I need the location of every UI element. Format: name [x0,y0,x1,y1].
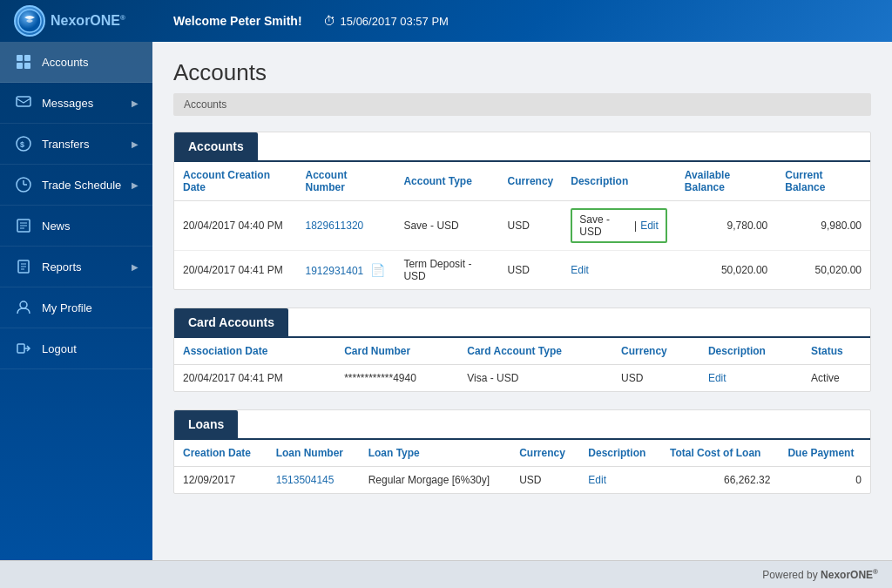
messages-arrow: ▶ [132,98,139,108]
loans-section: Loans Creation Date Loan Number Loan Typ… [173,409,871,494]
account-number-link[interactable]: 1912931401 [306,265,364,277]
table-row: 20/04/2017 04:40 PM 1829611320 Save - US… [174,201,870,251]
col-account-type: Account Type [395,162,498,201]
footer-brand: NexorONE® [821,569,878,581]
transfers-icon: $ [14,134,33,153]
col-currency: Currency [510,440,579,467]
account-number-link[interactable]: 1829611320 [306,220,364,232]
reports-icon [14,257,33,276]
sidebar-item-trade-schedule[interactable]: Trade Schedule ▶ [0,165,152,206]
svg-rect-4 [24,63,30,69]
cell-currency: USD [499,251,563,290]
sidebar-transfers-label: Transfers [42,138,132,151]
sidebar-item-messages[interactable]: Messages ▶ [0,83,152,124]
cell-description: Edit [562,251,676,290]
table-row: 12/09/2017 1513504145 Regular Morgage [6… [174,467,870,494]
sidebar-trade-schedule-label: Trade Schedule [42,179,132,192]
cell-description: Edit [699,365,802,392]
col-association-date: Association Date [174,338,335,365]
cell-currency: USD [499,201,563,251]
svg-rect-20 [17,344,24,353]
transfers-arrow: ▶ [132,139,139,149]
cell-current-balance: 9,980.00 [776,201,870,251]
sidebar-item-transfers[interactable]: $ Transfers ▶ [0,124,152,165]
logo-text: NexorONE® [51,13,125,29]
svg-rect-3 [17,63,23,69]
svg-text:$: $ [20,140,24,149]
cell-total-cost: 66,262.32 [661,467,779,494]
sidebar-item-logout[interactable]: Logout [0,328,152,369]
accounts-section-title: Accounts [188,139,244,153]
messages-icon [14,93,33,112]
cell-creation-date: 20/04/2017 04:40 PM [174,201,297,251]
cell-card-number: ************4940 [335,365,458,392]
col-description: Description [562,162,676,201]
breadcrumb: Accounts [173,93,871,116]
cell-account-number: 1912931401 📄 [297,251,395,290]
sidebar-item-my-profile[interactable]: My Profile [0,287,152,328]
cell-description: Save - USD | Edit [562,201,676,251]
my-profile-icon [14,298,33,317]
cell-loan-type: Regular Morgage [6%30y] [360,467,511,494]
card-accounts-table: Association Date Card Number Card Accoun… [174,338,870,391]
svg-rect-1 [17,55,23,61]
cell-creation-date: 12/09/2017 [174,467,267,494]
description-edit-link[interactable]: Edit [640,220,659,232]
sidebar-item-reports[interactable]: Reports ▶ [0,247,152,287]
col-creation-date: Creation Date [174,440,267,467]
pdf-icon[interactable]: 📄 [370,263,385,277]
col-currency: Currency [612,338,699,365]
loans-table: Creation Date Loan Number Loan Type Curr… [174,440,870,493]
reports-arrow: ▶ [132,262,139,272]
card-accounts-section: Card Accounts Association Date Card Numb… [173,308,871,392]
col-total-cost: Total Cost of Loan [661,440,779,467]
cell-account-type: Save - USD [395,201,498,251]
sidebar-news-label: News [42,220,139,233]
accounts-section-header: Accounts [174,132,258,160]
svg-point-19 [20,301,27,308]
loans-section-title: Loans [188,417,224,431]
description-edit-link[interactable]: Edit [571,264,589,276]
svg-rect-5 [17,97,30,106]
col-current-balance: Current Balance [776,162,870,201]
cell-available-balance: 9,780.00 [676,201,776,251]
sidebar: Accounts Messages ▶ $ Transfers ▶ [0,42,152,560]
loans-section-header: Loans [174,410,238,438]
description-text: Save - USD [579,213,631,238]
cell-currency: USD [510,467,579,494]
col-loan-number: Loan Number [267,440,360,467]
cell-currency: USD [612,365,699,392]
loan-description-edit-link[interactable]: Edit [588,474,606,486]
header-time: ⏱ 15/06/2017 03:57 PM [323,14,449,28]
trade-schedule-icon [14,175,33,194]
footer-text: Powered by NexorONE® [762,568,878,581]
card-description-edit-link[interactable]: Edit [708,372,726,384]
card-accounts-section-header: Card Accounts [174,308,288,336]
sidebar-item-accounts[interactable]: Accounts [0,42,152,83]
news-icon [14,216,33,235]
accounts-table: Account Creation Date Account Number Acc… [174,162,870,289]
sidebar-my-profile-label: My Profile [42,301,139,314]
loan-number-link[interactable]: 1513504145 [276,474,334,486]
table-row: 20/04/2017 04:41 PM ************4940 Vis… [174,365,870,392]
cell-available-balance: 50,020.00 [676,251,776,290]
cell-description: Edit [579,467,661,494]
clock-icon: ⏱ [323,14,335,28]
col-status: Status [802,338,870,365]
col-account-number: Account Number [297,162,395,201]
cell-loan-number: 1513504145 [267,467,360,494]
accounts-section: Accounts Account Creation Date Account N… [173,132,871,290]
cell-card-account-type: Visa - USD [458,365,612,392]
svg-rect-2 [24,55,30,61]
logout-icon [14,339,33,358]
col-account-creation-date: Account Creation Date [174,162,297,201]
sidebar-item-news[interactable]: News [0,206,152,247]
main-layout: Accounts Messages ▶ $ Transfers ▶ [0,42,892,560]
sidebar-accounts-label: Accounts [42,56,139,69]
highlighted-description: Save - USD | Edit [571,208,667,243]
cell-creation-date: 20/04/2017 04:41 PM [174,251,297,290]
cell-association-date: 20/04/2017 04:41 PM [174,365,335,392]
card-accounts-section-title: Card Accounts [188,315,274,329]
app-footer: Powered by NexorONE® [0,560,892,588]
sidebar-reports-label: Reports [42,260,132,274]
